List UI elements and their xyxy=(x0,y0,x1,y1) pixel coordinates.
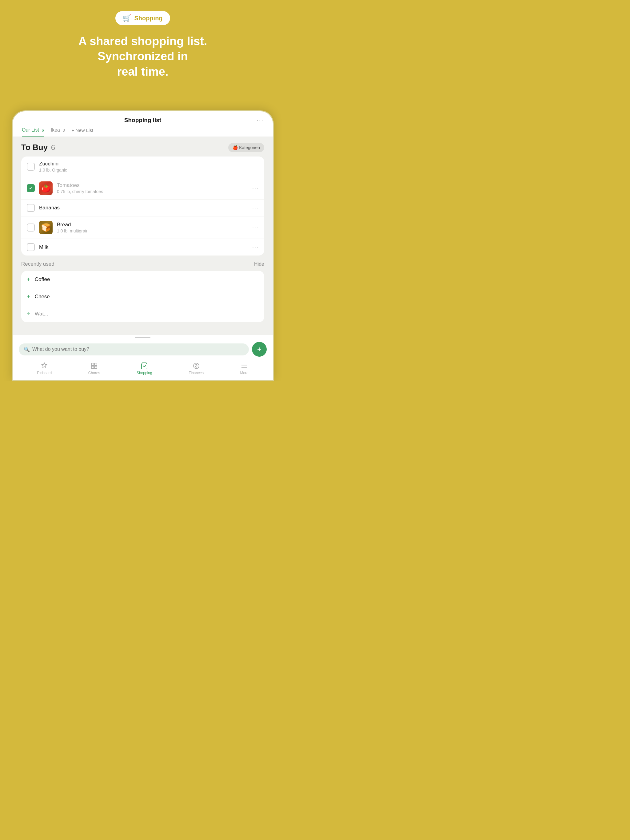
tab-ikea[interactable]: Ikea 3 xyxy=(51,127,65,136)
tomatoes-thumb: 🍅 xyxy=(39,182,52,195)
more-icon xyxy=(241,362,248,369)
plus-icon: + xyxy=(27,276,30,283)
tab-new-list[interactable]: + New List xyxy=(72,128,93,136)
item-name: Milk xyxy=(39,244,248,250)
item-detail: 1.0 lb, multigrain xyxy=(57,229,248,234)
item-more-dots[interactable]: ··· xyxy=(252,224,259,231)
app-badge: 🛒 Shopping xyxy=(116,11,170,25)
item-detail: 1.0 lb, Organic xyxy=(39,167,248,172)
svg-rect-1 xyxy=(95,363,97,366)
header-top: Shopping list ··· xyxy=(22,117,264,127)
item-name: Bananas xyxy=(39,205,248,211)
to-buy-title-group: To Buy 6 xyxy=(21,143,55,152)
cart-icon: 🛒 xyxy=(123,14,131,22)
recently-item-name: Chese xyxy=(35,294,50,300)
recently-item-name: Wat... xyxy=(35,311,48,317)
nav-label-shopping: Shopping xyxy=(136,371,152,375)
search-wrapper: 🔍 xyxy=(19,343,249,355)
nav-item-pinboard[interactable]: Pinboard xyxy=(34,361,55,376)
nav-label-more: More xyxy=(240,371,248,375)
item-info-bananas: Bananas xyxy=(39,205,248,211)
recently-used-header: Recently used Hide xyxy=(21,261,264,267)
checkbox-tomatoes[interactable]: ✓ xyxy=(27,184,35,192)
to-buy-header: To Buy 6 🍎 Kategorien xyxy=(21,143,264,152)
list-item[interactable]: 🍞 Bread 1.0 lb, multigrain ··· xyxy=(21,216,264,239)
shopping-list-card: Zucchini 1.0 lb, Organic ··· ✓ 🍅 Tomatoe… xyxy=(21,156,264,256)
recently-item-wat[interactable]: + Wat... xyxy=(21,305,264,322)
item-info-tomatoes: Tomatoes 0.75 lb, cherry tomatoes xyxy=(57,182,248,194)
tab-our-list[interactable]: Our List 6 xyxy=(22,127,44,136)
checkbox-zucchini[interactable] xyxy=(27,163,35,171)
hide-button[interactable]: Hide xyxy=(254,261,264,267)
app-badge-label: Shopping xyxy=(134,15,162,22)
recently-item-name: Coffee xyxy=(35,276,50,283)
kategorien-label: 🍎 Kategorien xyxy=(233,145,260,150)
to-buy-count: 6 xyxy=(51,143,55,152)
item-more-dots[interactable]: ··· xyxy=(252,244,259,251)
item-name: Tomatoes xyxy=(57,182,248,188)
item-info-milk: Milk xyxy=(39,244,248,250)
more-dots-button[interactable]: ··· xyxy=(256,117,264,124)
search-row: 🔍 + xyxy=(19,338,267,360)
list-item[interactable]: Bananas ··· xyxy=(21,199,264,216)
item-more-dots[interactable]: ··· xyxy=(252,185,259,191)
nav-item-more[interactable]: More xyxy=(237,361,251,376)
kategorien-button[interactable]: 🍎 Kategorien xyxy=(228,143,264,152)
recently-used-card: + Coffee + Chese + Wat... xyxy=(21,271,264,322)
finances-icon xyxy=(193,362,200,369)
recently-item-coffee[interactable]: + Coffee xyxy=(21,271,264,288)
tabs-row: Our List 6 Ikea 3 + New List xyxy=(22,127,264,136)
app-header: Shopping list ··· Our List 6 Ikea 3 + Ne… xyxy=(13,111,273,136)
item-info-bread: Bread 1.0 lb, multigrain xyxy=(57,222,248,234)
item-more-dots[interactable]: ··· xyxy=(252,205,259,211)
search-icon: 🔍 xyxy=(24,346,30,352)
bottom-bar: 🔍 + Pinboard Chores xyxy=(13,335,273,380)
item-info-zucchini: Zucchini 1.0 lb, Organic xyxy=(39,161,248,172)
app-title: Shopping list xyxy=(124,117,161,123)
plus-icon: + xyxy=(27,310,30,317)
shopping-icon xyxy=(141,362,148,369)
search-input[interactable] xyxy=(32,346,244,352)
hero-section: 🛒 Shopping A shared shopping list.Synchr… xyxy=(0,0,285,79)
nav-label-chores: Chores xyxy=(88,371,100,375)
hero-text: A shared shopping list.Synchronized inre… xyxy=(78,34,207,79)
device-frame: Shopping list ··· Our List 6 Ikea 3 + Ne… xyxy=(12,111,274,381)
svg-rect-0 xyxy=(91,363,94,366)
list-item[interactable]: Milk ··· xyxy=(21,239,264,256)
add-item-button[interactable]: + xyxy=(252,342,267,357)
pinboard-icon xyxy=(41,362,48,369)
checkbox-bread[interactable] xyxy=(27,224,35,232)
checkbox-milk[interactable] xyxy=(27,243,35,251)
svg-rect-3 xyxy=(95,366,97,369)
nav-item-chores[interactable]: Chores xyxy=(85,361,103,376)
nav-label-finances: Finances xyxy=(188,371,204,375)
item-more-dots[interactable]: ··· xyxy=(252,164,259,170)
item-name: Bread xyxy=(57,222,248,228)
item-name: Zucchini xyxy=(39,161,248,167)
nav-label-pinboard: Pinboard xyxy=(37,371,52,375)
recently-title: Recently used xyxy=(21,261,54,267)
list-item[interactable]: Zucchini 1.0 lb, Organic ··· xyxy=(21,156,264,177)
checkmark-icon: ✓ xyxy=(29,186,33,191)
nav-item-finances[interactable]: Finances xyxy=(185,361,207,376)
bread-thumb: 🍞 xyxy=(39,221,52,234)
to-buy-title: To Buy xyxy=(21,143,47,152)
nav-item-shopping[interactable]: Shopping xyxy=(133,361,155,376)
item-detail: 0.75 lb, cherry tomatoes xyxy=(57,189,248,194)
chores-icon xyxy=(90,362,98,369)
svg-rect-2 xyxy=(91,366,94,369)
plus-icon: + xyxy=(27,293,30,300)
bottom-nav: Pinboard Chores Shopping xyxy=(19,360,267,377)
checkbox-bananas[interactable] xyxy=(27,204,35,212)
recently-item-chese[interactable]: + Chese xyxy=(21,288,264,305)
list-item[interactable]: ✓ 🍅 Tomatoes 0.75 lb, cherry tomatoes ··… xyxy=(21,177,264,199)
